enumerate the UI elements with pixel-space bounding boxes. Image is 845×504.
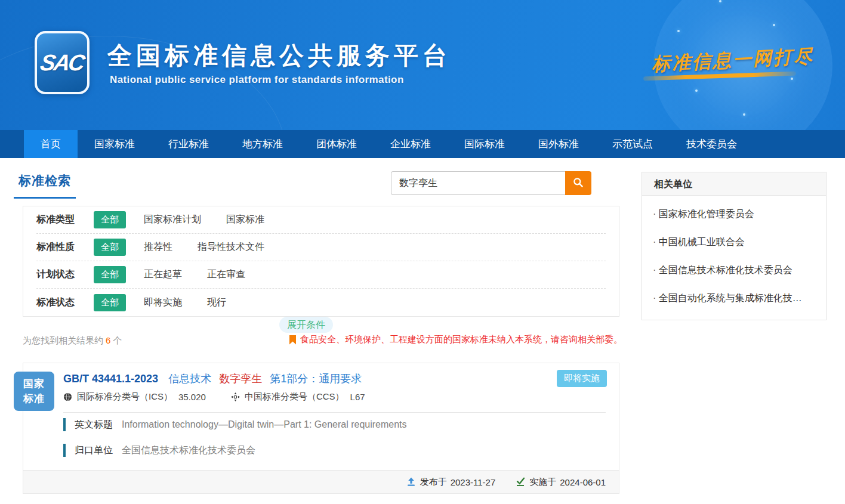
english-title-value: Information technology—Digital twin—Part…	[122, 419, 407, 430]
standard-type-badge: 国家 标准	[14, 372, 54, 411]
page: SAC 全国标准信息公共服务平台 National public service…	[0, 0, 845, 504]
ics-label: 国际标准分类号（ICS）	[77, 391, 172, 403]
system-notice: 食品安全、环境保护、工程建设方面的国家标准未纳入本系统，请咨询相关部委。	[289, 334, 622, 345]
english-title-label: 英文标题	[75, 419, 113, 431]
committee-row: 归口单位 全国信息技术标准化技术委员会	[63, 444, 255, 457]
nav-item-technical-committee[interactable]: 技术委员会	[670, 130, 754, 158]
card-footer: 发布于 2023-11-27 实施于 2024-06-01	[23, 470, 619, 493]
main-nav: 首页 国家标准 行业标准 地方标准 团体标准 企业标准 国际标准 国外标准 示范…	[0, 130, 845, 158]
count-number: 6	[106, 335, 110, 345]
nav-item-group-standards[interactable]: 团体标准	[300, 130, 374, 158]
expand-conditions-button[interactable]: 展开条件	[279, 317, 333, 333]
implement-date: 2024-06-01	[560, 477, 606, 487]
site-header: SAC 全国标准信息公共服务平台 National public service…	[0, 0, 845, 130]
classification-meta: 国际标准分类号（ICS） 35.020 中国标准分类号（CCS） L67	[63, 391, 365, 403]
nav-item-foreign-standards[interactable]: 国外标准	[522, 130, 596, 158]
card-divider	[63, 412, 606, 413]
filter-option[interactable]: 推荐性	[144, 241, 172, 253]
search-box	[391, 171, 591, 195]
main-content: 标准检索 标准类型 全部 国家标准计划 国家标准 标准性质 全部 推荐性 指导性…	[0, 158, 845, 504]
nav-item-enterprise-standards[interactable]: 企业标准	[374, 130, 448, 158]
publish-icon	[406, 477, 416, 487]
sac-logo[interactable]: SAC	[35, 31, 90, 94]
filter-label: 标准状态	[36, 296, 94, 309]
filter-all-button[interactable]: 全部	[94, 239, 126, 256]
filter-option[interactable]: 国家标准	[226, 214, 264, 226]
nav-item-pilot[interactable]: 示范试点	[596, 130, 670, 158]
related-unit-link[interactable]: 全国自动化系统与集成标准化技…	[642, 285, 826, 313]
publish-date-group: 发布于 2023-11-27	[406, 477, 496, 488]
type-badge-line2: 标准	[14, 391, 54, 407]
publish-date: 2023-11-27	[451, 477, 496, 487]
title-segment: 第1部分：通用要求	[270, 373, 362, 385]
site-title: 全国标准信息公共服务平台	[107, 39, 451, 72]
count-suffix: 个	[113, 335, 122, 345]
count-prefix: 为您找到相关结果约	[23, 335, 103, 345]
implement-icon	[516, 477, 525, 487]
related-unit-link[interactable]: 全国信息技术标准化技术委员会	[642, 256, 826, 285]
nav-item-home[interactable]: 首页	[24, 130, 78, 158]
filter-option[interactable]: 正在审查	[207, 268, 245, 281]
standard-code: GB/T 43441.1-2023	[63, 373, 158, 385]
filter-all-button[interactable]: 全部	[94, 266, 126, 283]
related-units-title: 相关单位	[642, 172, 826, 196]
filter-all-button[interactable]: 全部	[94, 211, 126, 228]
ccs-value: L67	[350, 392, 365, 402]
nav-item-national-standards[interactable]: 国家标准	[78, 130, 152, 158]
related-units-panel: 相关单位 国家标准化管理委员会 中国机械工业联合会 全国信息技术标准化技术委员会…	[642, 172, 827, 320]
related-unit-link[interactable]: 国家标准化管理委员会	[642, 200, 826, 228]
filter-row-standard-status: 标准状态 全部 即将实施 现行	[36, 289, 606, 316]
filter-row-standard-type: 标准类型 全部 国家标准计划 国家标准	[36, 206, 606, 234]
filter-all-button[interactable]: 全部	[94, 294, 126, 311]
title-highlight: 数字孪生	[219, 373, 262, 385]
bookmark-icon	[289, 335, 296, 345]
nav-item-industry-standards[interactable]: 行业标准	[152, 130, 226, 158]
filter-option[interactable]: 现行	[207, 296, 226, 309]
filter-option[interactable]: 国家标准计划	[144, 214, 201, 226]
type-badge-line1: 国家	[14, 376, 54, 392]
filter-label: 标准性质	[36, 241, 94, 253]
search-button[interactable]	[565, 171, 591, 195]
committee-label: 归口单位	[75, 444, 113, 457]
filter-option[interactable]: 指导性技术文件	[198, 241, 264, 253]
ccs-label: 中国标准分类号（CCS）	[245, 391, 344, 403]
standard-title-link[interactable]: GB/T 43441.1-2023 信息技术 数字孪生 第1部分：通用要求	[63, 372, 366, 386]
filter-row-plan-status: 计划状态 全部 正在起草 正在审查	[36, 261, 606, 289]
related-units-list: 国家标准化管理委员会 中国机械工业联合会 全国信息技术标准化技术委员会 全国自动…	[642, 196, 826, 320]
implement-label: 实施于	[529, 477, 556, 488]
filter-label: 计划状态	[36, 268, 94, 281]
page-title: 标准检索	[14, 172, 76, 199]
filter-option[interactable]: 即将实施	[144, 296, 182, 309]
implement-date-group: 实施于 2024-06-01	[516, 477, 606, 488]
results-count: 为您找到相关结果约6个	[23, 335, 122, 347]
filter-label: 标准类型	[36, 214, 94, 226]
nav-item-international-standards[interactable]: 国际标准	[448, 130, 522, 158]
globe-icon	[63, 392, 72, 401]
search-input[interactable]	[391, 171, 565, 195]
status-badge: 即将实施	[557, 370, 607, 387]
ics-value: 35.020	[178, 392, 206, 402]
title-segment: 信息技术	[168, 373, 211, 385]
site-subtitle: National public service platform for sta…	[110, 74, 404, 86]
english-title-row: 英文标题 Information technology—Digital twin…	[63, 418, 407, 431]
publish-label: 发布于	[420, 477, 447, 488]
filter-option[interactable]: 正在起草	[144, 268, 182, 281]
sac-logo-text: SAC	[39, 50, 86, 76]
filter-panel: 标准类型 全部 国家标准计划 国家标准 标准性质 全部 推荐性 指导性技术文件 …	[23, 206, 619, 317]
related-unit-link[interactable]: 中国机械工业联合会	[642, 228, 826, 256]
result-card: 国家 标准 GB/T 43441.1-2023 信息技术 数字孪生 第1部分：通…	[23, 363, 619, 494]
committee-value: 全国信息技术标准化技术委员会	[122, 444, 255, 457]
filter-row-standard-nature: 标准性质 全部 推荐性 指导性技术文件	[36, 234, 606, 261]
search-icon	[572, 177, 584, 190]
notice-text: 食品安全、环境保护、工程建设方面的国家标准未纳入本系统，请咨询相关部委。	[300, 334, 622, 345]
nav-item-local-standards[interactable]: 地方标准	[226, 130, 300, 158]
compass-icon	[231, 392, 240, 401]
